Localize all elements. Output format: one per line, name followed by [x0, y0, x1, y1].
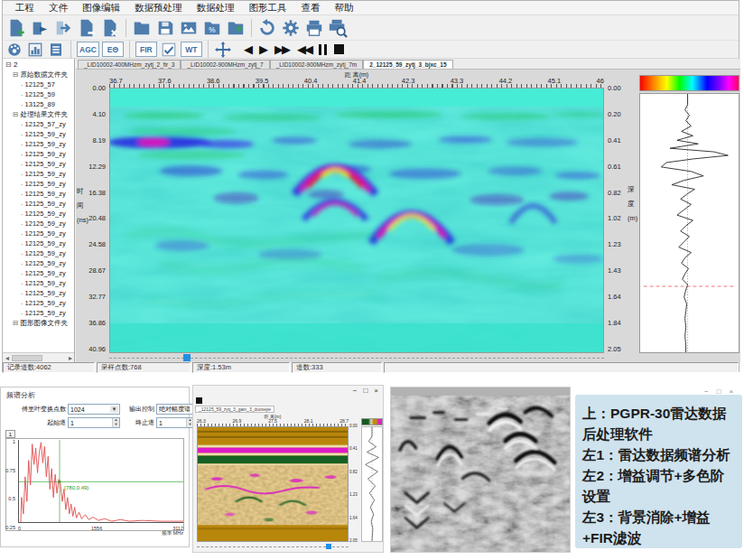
end-trace-spinner[interactable]: 1 ▲▼	[156, 417, 194, 428]
tree-item[interactable]: 原始数据文件夹	[3, 70, 74, 79]
tree-item[interactable]: 12125_59_zy	[3, 298, 74, 308]
equalizer-button[interactable]: EΘ	[102, 42, 124, 57]
folder-cut-icon[interactable]: %	[201, 17, 223, 39]
minimize-icon[interactable]: −	[704, 387, 709, 396]
edit-check-icon[interactable]	[160, 42, 178, 58]
menu-item[interactable]: 工程	[8, 2, 42, 14]
tab-dataset-3[interactable]: _LID10002-900MHzm_zytj_7m	[270, 60, 364, 69]
tree-item[interactable]: 12125_59_zy	[3, 268, 74, 278]
menu-item[interactable]: 文件	[42, 2, 75, 14]
refresh-icon[interactable]	[256, 17, 278, 39]
tree-item[interactable]: 12125_59_zy	[3, 129, 74, 139]
pause-button[interactable]	[319, 44, 327, 55]
tree-item[interactable]: 12125_57	[3, 79, 74, 89]
tree-item[interactable]: 13125_89	[3, 99, 74, 109]
menu-item[interactable]: 图形工具	[242, 2, 294, 14]
menu-item[interactable]: 查看	[294, 2, 328, 14]
tree-item[interactable]: 12125_59_zy	[3, 179, 74, 189]
scrollbar-thumb[interactable]	[183, 354, 191, 361]
fft-points-combobox[interactable]: 1024 ▼	[68, 404, 120, 415]
single-trace-view[interactable]	[639, 93, 739, 353]
crosshair-move-icon[interactable]	[214, 42, 232, 58]
tree-item[interactable]: 12125_59_zy	[3, 288, 74, 298]
new-file-icon[interactable]	[5, 17, 27, 39]
trace-page-tab[interactable]: 1	[5, 430, 15, 438]
gain-colorbar[interactable]	[361, 418, 383, 425]
tree-scroll-thumb[interactable]	[12, 355, 42, 361]
tree-item[interactable]: 12125_59_zy	[3, 248, 74, 258]
rainbow-colorbar[interactable]	[639, 75, 739, 91]
close-icon[interactable]: ×	[374, 387, 378, 395]
combo-arrow-icon[interactable]: ▼	[110, 406, 118, 413]
wavelet-transform-button[interactable]: WT	[181, 42, 202, 57]
maximize-icon[interactable]: □	[717, 387, 721, 396]
close-icon[interactable]: ×	[730, 387, 734, 396]
media-button[interactable]: ◀◀	[297, 43, 312, 55]
stop-button[interactable]	[334, 44, 344, 54]
minimize-icon[interactable]: −	[353, 387, 358, 395]
gain-window-tab[interactable]: _12125_59_zytj_3_gain_3_duosejie	[195, 406, 274, 413]
tree-item[interactable]: 图形图像文件夹	[3, 318, 74, 328]
tree-item[interactable]: 12125_59_zy	[3, 229, 74, 238]
print-preview-icon[interactable]	[327, 17, 349, 39]
scroll-left-icon[interactable]: ◂	[3, 354, 12, 362]
print-icon[interactable]	[303, 17, 325, 39]
tree-item[interactable]: 12125_59	[3, 89, 74, 99]
tree-root[interactable]: ⊟ 2	[3, 59, 74, 69]
tree-item[interactable]: 处理结果文件夹	[3, 109, 74, 119]
tree-item[interactable]: 12125_57_zy	[3, 119, 74, 129]
tab-dataset-4-active[interactable]: 2_12125_59_zytj_3_bjxc_15	[363, 60, 452, 69]
scroll-right-icon[interactable]: ▸	[66, 354, 75, 362]
gain-radargram-view[interactable]	[197, 426, 349, 542]
tree-item[interactable]: 12125_59_zy	[3, 169, 74, 179]
save-image-icon[interactable]	[178, 17, 200, 39]
spinner-buttons[interactable]: ▲▼	[112, 418, 119, 427]
delete-file-icon[interactable]	[99, 17, 121, 39]
settings-gear-icon[interactable]	[280, 17, 302, 39]
expander-icon[interactable]: ⊟	[5, 61, 12, 69]
tree-item[interactable]: 12125_59_zy	[3, 258, 74, 268]
tab-dataset-2[interactable]: _LID10002-900MHzm_zytj_7	[181, 60, 269, 69]
menu-item[interactable]: 图像编辑	[75, 2, 127, 14]
histogram-icon[interactable]	[26, 42, 44, 58]
media-button[interactable]: ▶▶	[274, 43, 289, 55]
tree-item[interactable]: 12125_59_zy	[3, 189, 74, 199]
start-trace-spinner[interactable]: 1 ▲▼	[68, 417, 120, 428]
scrollbar-thumb[interactable]	[326, 544, 331, 549]
remove-file-icon[interactable]	[76, 17, 98, 39]
media-button[interactable]: ▶	[259, 43, 266, 55]
maximize-icon[interactable]: □	[363, 387, 367, 395]
radar-bscan-view[interactable]	[109, 88, 604, 353]
tree-horizontal-scrollbar[interactable]: ◂ ▸	[3, 352, 75, 362]
open-arrow-icon[interactable]	[52, 17, 74, 39]
tree-item[interactable]: 12125_59_zy	[3, 149, 74, 159]
tab-dataset-1[interactable]: _LID10002-400MHzm_zytj_2_fir_3	[78, 60, 181, 69]
menu-item[interactable]: 帮助	[328, 2, 361, 14]
menu-item[interactable]: 数据预处理	[127, 2, 190, 14]
tree-item[interactable]: 12125_59_zy	[3, 308, 74, 318]
open-folder-icon[interactable]	[131, 17, 153, 39]
import-file-icon[interactable]	[29, 17, 51, 39]
end-trace-value: 1	[159, 420, 163, 426]
tree-item[interactable]: 12125_59_zy	[3, 238, 74, 248]
tree-item[interactable]: 12125_59_zy	[3, 139, 74, 149]
output-control-field[interactable]: 绝对幅度谱	[156, 404, 194, 415]
fir-filter-button[interactable]: FIR	[135, 42, 157, 57]
save-icon[interactable]	[154, 17, 176, 39]
gain-horizontal-scrollbar[interactable]	[197, 545, 349, 550]
menu-item[interactable]: 数据处理	[190, 2, 242, 14]
folder-add-icon[interactable]	[225, 17, 246, 39]
tree-item[interactable]: 12125_59_zy	[3, 219, 74, 229]
agc-gain-button[interactable]: AGC	[77, 42, 99, 57]
gain-trace-view[interactable]	[361, 426, 383, 542]
tree-item[interactable]: 12125_59_zy	[3, 199, 74, 209]
media-button[interactable]: ◀	[244, 43, 251, 55]
tree-item[interactable]: 12125_59_zy	[3, 209, 74, 219]
tree-item[interactable]: 12125_59_zy	[3, 278, 74, 288]
palette-icon[interactable]	[5, 42, 23, 58]
grayscale-radargram-panel[interactable]	[390, 387, 571, 553]
radar-horizontal-scrollbar[interactable]	[109, 355, 604, 362]
tree-item[interactable]: 12125_59_zy	[3, 159, 74, 169]
spectrum-plot[interactable]: 10.750.50.25 (780,0.49) 015563112 频率 MHz	[5, 438, 184, 531]
report-list-icon[interactable]	[47, 42, 65, 58]
